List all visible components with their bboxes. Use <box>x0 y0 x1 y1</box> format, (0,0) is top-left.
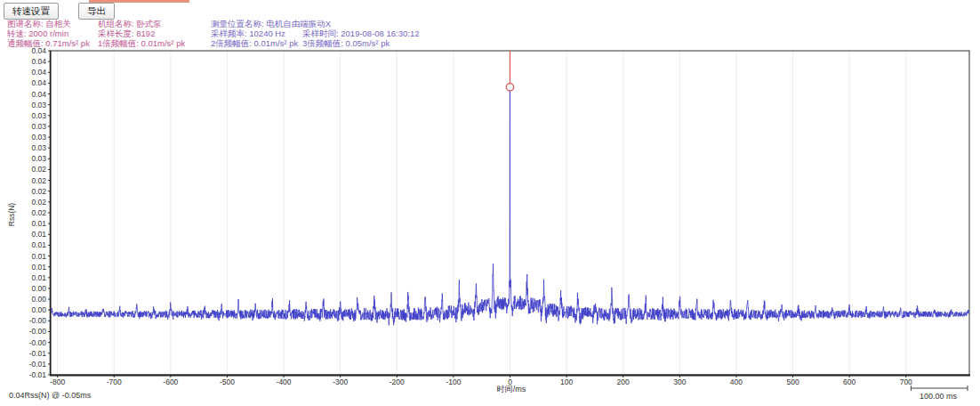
x-tick-label: 300 <box>673 378 686 386</box>
scale-bar-label: 100.00 ms <box>909 392 968 401</box>
y-tick-label: 0.01 <box>20 263 46 272</box>
y-tick-label: 0.02 <box>20 165 46 174</box>
y-tick-label: -0.01 <box>20 370 46 379</box>
y-tick-label: 0.04 <box>20 57 46 66</box>
cursor-readout: 0.04Rss(N) @ -0.05ms <box>9 391 91 400</box>
y-tick-label: 0.04 <box>20 46 46 55</box>
x-tick-label: 500 <box>786 378 799 386</box>
y-tick-label: 0.00 <box>20 305 46 314</box>
y-tick-label: 0.03 <box>20 154 46 163</box>
x-tick-label: 400 <box>730 378 743 386</box>
y-tick-label: 0.00 <box>20 295 46 304</box>
y-tick-label: 0.02 <box>20 198 46 207</box>
y-tick-label: 0.03 <box>20 111 46 120</box>
y-tick-label: 0.03 <box>20 122 46 131</box>
y-tick-label: -0.01 <box>20 349 46 358</box>
x-tick-label: -200 <box>390 378 405 386</box>
y-tick-label: -0.00 <box>20 327 46 336</box>
x-tick-label: 600 <box>843 378 855 386</box>
y-tick-label: -0.00 <box>20 316 46 325</box>
x-tick-label: -800 <box>50 378 65 386</box>
x-tick-label: 100 <box>560 378 573 386</box>
y-tick-label: 0.00 <box>20 284 46 293</box>
x-tick-label: -700 <box>107 378 122 386</box>
y-tick-label: 0.01 <box>20 219 46 228</box>
y-tick-label: 0.02 <box>20 187 46 196</box>
y-tick-label: 0.04 <box>20 90 46 99</box>
y-tick-label: 0.03 <box>20 101 46 110</box>
y-tick-label: 0.01 <box>20 240 46 249</box>
y-tick-label: -0.01 <box>20 360 46 369</box>
y-tick-label: 0.01 <box>20 252 46 261</box>
x-tick-label: -300 <box>333 378 348 386</box>
x-tick-label: -500 <box>220 378 235 386</box>
y-tick-label: 0.02 <box>20 176 46 185</box>
x-tick-label: -400 <box>277 378 292 386</box>
y-tick-label: -0.00 <box>20 338 46 347</box>
autocorrelation-analysis-window: 转速设置 导出 图谱名称: 自相关 机组名称: 卧式泵 测量位置名称: 电机自由… <box>0 0 980 406</box>
y-tick-label: 0.01 <box>20 230 46 239</box>
y-tick-label: 0.04 <box>20 78 46 87</box>
y-tick-label: 0.02 <box>20 208 46 217</box>
x-tick-label: -100 <box>446 378 461 386</box>
x-tick-label: 700 <box>900 378 912 386</box>
y-tick-label: 0.03 <box>20 133 46 142</box>
x-axis-label: 时间/ms <box>492 384 531 395</box>
y-tick-label: 0.03 <box>20 143 46 152</box>
y-axis-label: Rss(N) <box>7 195 16 234</box>
x-tick-label: 200 <box>617 378 630 386</box>
x-tick-label: -600 <box>163 378 178 386</box>
y-tick-label: 0.04 <box>20 68 46 77</box>
y-tick-label: 0.01 <box>20 273 46 282</box>
autocorrelation-chart[interactable] <box>0 0 980 406</box>
